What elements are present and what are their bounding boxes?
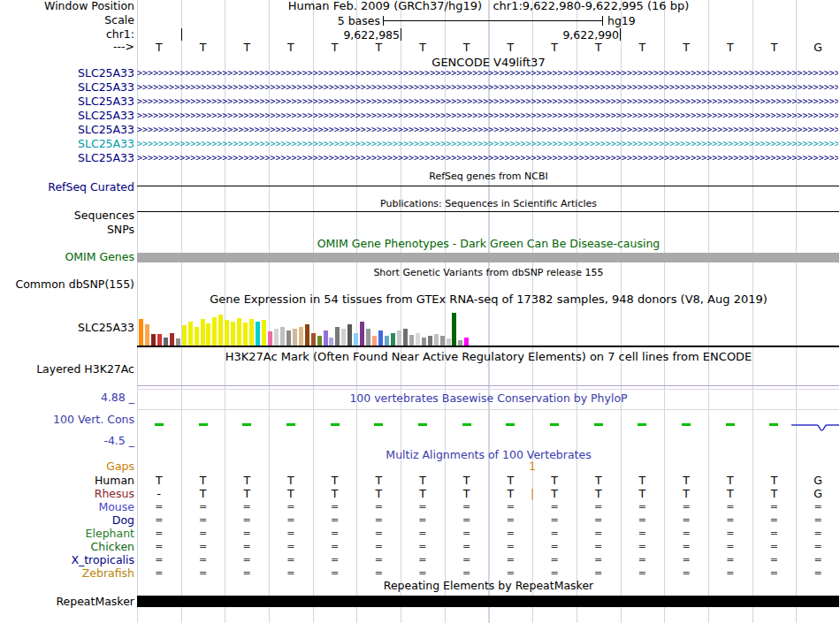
gtex-bar-11[interactable] (201, 319, 205, 346)
gtex-bar-18[interactable] (243, 323, 248, 346)
gene-label-3[interactable]: SLC25A33 (0, 95, 134, 109)
gene-label-5[interactable]: SLC25A33 (0, 123, 134, 137)
gtex-bar-1[interactable] (139, 319, 143, 346)
h3k27ac-signal-line[interactable] (137, 385, 839, 386)
gtex-bar-chart[interactable] (137, 311, 840, 346)
omim-track-bar[interactable] (137, 253, 839, 262)
gtex-bar-4[interactable] (157, 334, 162, 346)
gtex-bar-8[interactable] (182, 325, 187, 346)
gtex-bar-43[interactable] (397, 330, 401, 346)
refseq-track-label[interactable]: RefSeq Curated (0, 181, 134, 194)
gene-label-4[interactable]: SLC25A33 (0, 109, 134, 123)
gtex-bar-10[interactable] (195, 327, 199, 346)
sequences-track-label[interactable]: Sequences (0, 209, 134, 222)
gtex-bar-49[interactable] (434, 334, 439, 346)
publications-center-label[interactable]: Publications: Sequences in Scientific Ar… (137, 198, 840, 210)
gtex-bar-7[interactable] (176, 338, 180, 346)
h3k27ac-track-label[interactable]: Layered H3K27Ac (0, 363, 134, 376)
gtex-bar-29[interactable] (311, 333, 316, 346)
alignment-row-chicken[interactable]: ================ (137, 540, 840, 553)
gtex-bar-21[interactable] (262, 320, 266, 346)
gtex-bar-38[interactable] (366, 329, 370, 346)
gtex-bar-47[interactable] (422, 338, 426, 346)
gene-arrow-row-5[interactable]: >>>>>>>>>>>>>>>>>>>>>>>>>>>>>>>>>>>>>>>>… (137, 123, 838, 137)
alignment-row-elephant[interactable]: ================ (137, 527, 840, 540)
gtex-bar-33[interactable] (335, 327, 340, 346)
gtex-bar-2[interactable] (145, 324, 149, 346)
gtex-bar-36[interactable] (354, 333, 358, 346)
alignment-row-dog[interactable]: ================ (137, 513, 840, 527)
gtex-bar-46[interactable] (416, 333, 420, 346)
gene-arrow-row-2[interactable]: >>>>>>>>>>>>>>>>>>>>>>>>>>>>>>>>>>>>>>>>… (137, 80, 838, 95)
phylop-track-label[interactable]: 100 Vert. Cons (0, 414, 134, 426)
gtex-bar-19[interactable] (249, 319, 254, 346)
gtex-bar-27[interactable] (299, 327, 303, 346)
gtex-bar-51[interactable] (447, 338, 451, 346)
gtex-bar-37[interactable] (360, 322, 364, 346)
gene-arrow-row-4[interactable]: >>>>>>>>>>>>>>>>>>>>>>>>>>>>>>>>>>>>>>>>… (137, 109, 838, 123)
alignment-row-x-tropicalis[interactable]: ================ (137, 553, 840, 566)
dbsnp-center-label[interactable]: Short Genetic Variants from dbSNP releas… (137, 267, 840, 279)
gtex-bar-39[interactable] (372, 336, 377, 346)
dbsnp-track-label[interactable]: Common dbSNP(155) (0, 278, 134, 291)
gtex-bar-14[interactable] (218, 315, 223, 346)
species-label-chicken[interactable]: Chicken (0, 540, 134, 553)
gtex-bar-50[interactable] (440, 336, 445, 346)
gene-arrow-row-1[interactable]: >>>>>>>>>>>>>>>>>>>>>>>>>>>>>>>>>>>>>>>>… (137, 66, 838, 80)
gtex-bar-3[interactable] (151, 334, 156, 346)
gtex-bar-41[interactable] (385, 336, 389, 346)
gtex-bar-31[interactable] (324, 330, 328, 346)
gtex-bar-26[interactable] (293, 329, 297, 346)
gene-label-7[interactable]: SLC25A33 (0, 151, 134, 165)
alignment-row-zebrafish[interactable]: ================ (137, 566, 840, 580)
gtex-bar-16[interactable] (231, 322, 235, 346)
repeatmasker-track-bar[interactable] (137, 596, 839, 607)
gtex-bar-32[interactable] (329, 338, 333, 346)
gene-label-6[interactable]: SLC25A33 (0, 137, 134, 151)
phylop-center-label[interactable]: 100 vertebrates Basewise Conservation by… (137, 392, 840, 405)
gtex-bar-45[interactable] (409, 335, 414, 346)
alignment-row-human[interactable]: TTTTTTTTTTTTTTTG (137, 474, 840, 487)
gtex-bar-30[interactable] (317, 336, 322, 346)
gtex-bar-5[interactable] (164, 338, 168, 346)
gtex-bar-48[interactable] (428, 336, 432, 346)
gtex-gene-label[interactable]: SLC25A33 (0, 322, 134, 334)
omim-center-label[interactable]: OMIM Gene Phenotypes - Dark Green Can Be… (137, 238, 840, 250)
gene-arrow-row-6[interactable]: >>>>>>>>>>>>>>>>>>>>>>>>>>>>>>>>>>>>>>>>… (137, 137, 838, 151)
gtex-bar-25[interactable] (286, 330, 291, 346)
gtex-bar-28[interactable] (305, 324, 309, 346)
gtex-bar-13[interactable] (212, 317, 217, 346)
alignment-row-mouse[interactable]: ================ (137, 500, 840, 513)
alignment-row-rhesus[interactable]: -TTTTTTTTTTTTTTG| (137, 487, 840, 500)
omim-track-label[interactable]: OMIM Genes (0, 251, 134, 263)
refseq-center-label[interactable]: RefSeq genes from NCBI (137, 171, 840, 183)
gene-arrow-row-3[interactable]: >>>>>>>>>>>>>>>>>>>>>>>>>>>>>>>>>>>>>>>>… (137, 95, 838, 109)
gtex-bar-40[interactable] (378, 330, 383, 346)
species-label-elephant[interactable]: Elephant (0, 527, 134, 540)
gtex-bar-44[interactable] (403, 329, 408, 346)
gtex-bar-9[interactable] (188, 322, 193, 346)
species-label-rhesus[interactable]: Rhesus (0, 487, 134, 500)
species-label-mouse[interactable]: Mouse (0, 500, 134, 513)
multiz-center-label[interactable]: Multiz Alignments of 100 Vertebrates (137, 449, 840, 461)
species-label-human[interactable]: Human (0, 474, 134, 487)
gtex-bar-34[interactable] (341, 329, 346, 346)
gtex-bar-24[interactable] (280, 327, 285, 346)
gtex-bar-42[interactable] (391, 333, 395, 346)
publications-track-line[interactable] (137, 211, 839, 212)
species-label-zebrafish[interactable]: Zebrafish (0, 566, 134, 580)
h3k27ac-center-label[interactable]: H3K27Ac Mark (Often Found Near Active Re… (137, 351, 840, 363)
gtex-bar-15[interactable] (225, 320, 229, 346)
gtex-bar-23[interactable] (274, 329, 279, 346)
gtex-bar-17[interactable] (237, 318, 241, 346)
refseq-track-line[interactable] (137, 186, 839, 186)
gtex-bar-12[interactable] (206, 323, 210, 346)
snps-track-label[interactable]: SNPs (0, 224, 134, 236)
species-label-x-tropicalis[interactable]: X_tropicalis (0, 553, 134, 566)
gtex-bar-35[interactable] (347, 324, 352, 346)
gtex-bar-54[interactable] (464, 338, 469, 346)
gene-arrow-row-7[interactable]: >>>>>>>>>>>>>>>>>>>>>>>>>>>>>>>>>>>>>>>>… (137, 151, 838, 165)
repeatmasker-track-label[interactable]: RepeatMasker (0, 596, 134, 608)
gtex-bar-6[interactable] (170, 333, 174, 346)
gtex-center-label[interactable]: Gene Expression in 54 tissues from GTEx … (137, 293, 840, 306)
